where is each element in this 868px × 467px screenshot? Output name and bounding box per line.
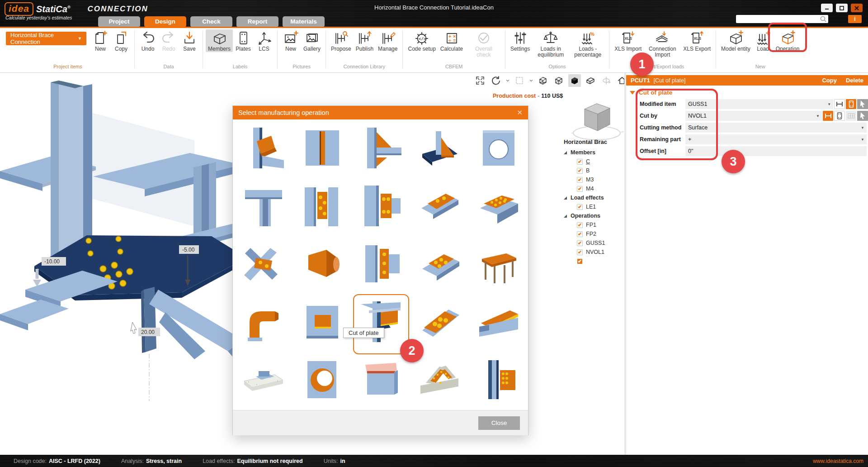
operation-thumbnail-1[interactable]	[243, 126, 284, 170]
minimize-button[interactable]	[821, 4, 833, 12]
tree-item-guss1[interactable]: ✔GUSS1	[559, 238, 623, 248]
tree-item-b[interactable]: ✔B	[559, 166, 623, 175]
operation-thumbnail-cut-of-plate[interactable]: Cut of plate2	[360, 300, 402, 343]
checkbox-checked-icon[interactable]: ✔	[577, 186, 583, 192]
delete-operation-button[interactable]: Delete	[846, 77, 863, 84]
ribbon-button-new[interactable]: New	[280, 29, 301, 52]
operation-thumbnail-2[interactable]	[302, 126, 343, 170]
operation-thumbnail-4[interactable]	[419, 126, 461, 170]
tree-item-nvol1[interactable]: ✔NVOL1	[559, 248, 623, 257]
project-item-selector[interactable]: Horizontal Brace Connection▼	[6, 32, 86, 45]
operation-thumbnail-6[interactable]	[243, 184, 284, 228]
tree-group-operations[interactable]: Operations	[559, 211, 623, 220]
close-button[interactable]	[851, 4, 863, 12]
checkbox-checked-icon[interactable]: ✔	[577, 204, 583, 210]
ribbon-button-undo[interactable]: Undo	[137, 29, 158, 52]
ribbon-button-model-entity[interactable]: Model entity	[719, 29, 753, 52]
website-link[interactable]: www.ideastatica.com	[813, 458, 863, 464]
ribbon-button-settings[interactable]: Settings	[508, 29, 532, 52]
ribbon-button-publish[interactable]: Publish	[354, 29, 376, 52]
checkbox-checked-icon[interactable]: ✔	[577, 231, 583, 237]
operation-thumbnail-17[interactable]	[302, 300, 343, 343]
plate-toggle-icon[interactable]	[834, 111, 845, 121]
search-input[interactable]	[736, 15, 820, 23]
tree-root-item[interactable]: Horizontal Brac	[559, 138, 623, 148]
ribbon-button-gallery[interactable]: Gallery	[301, 29, 323, 52]
fit-view-button[interactable]	[474, 74, 486, 87]
checkbox-checked-icon[interactable]: ✔	[577, 168, 583, 174]
info-button[interactable]: i	[848, 15, 862, 23]
expander-icon[interactable]	[564, 196, 567, 200]
operation-thumbnail-9[interactable]	[419, 184, 461, 228]
operation-thumbnail-25[interactable]	[478, 357, 519, 401]
checkbox-checked-icon[interactable]: ✔	[577, 177, 583, 183]
wireframe-cube-2-button[interactable]	[552, 74, 565, 87]
dialog-close-icon[interactable]: ✕	[517, 109, 523, 117]
ribbon-button-code-setup[interactable]: </>Code setup	[406, 29, 438, 52]
ribbon-button-propose[interactable]: Propose	[329, 29, 354, 52]
ribbon-button-loads-percentage[interactable]: %Loads - percentage	[569, 29, 606, 58]
checkbox-checked-icon[interactable]: ✔	[577, 240, 583, 246]
tree-group-load-effects[interactable]: Load effects	[559, 193, 623, 202]
operation-thumbnail-7[interactable]	[302, 184, 343, 228]
tree-item-c[interactable]: ✔C	[559, 157, 623, 166]
ribbon-button-operation[interactable]: Operation	[774, 29, 802, 52]
operation-thumbnail-13[interactable]	[360, 242, 402, 286]
operation-thumbnail-20[interactable]	[478, 300, 519, 343]
ribbon-button-members[interactable]: Members	[206, 29, 233, 52]
rotate-view-button[interactable]	[490, 74, 502, 87]
tab-design[interactable]: Design	[144, 16, 186, 27]
ribbon-button-xls-import[interactable]: XLSXLS Import	[612, 29, 644, 52]
tree-item-pcut1[interactable]: ✔PCUT1	[559, 257, 623, 266]
tree-item-le1[interactable]: ✔LE1	[559, 202, 623, 211]
chevron-down-icon[interactable]	[529, 76, 533, 85]
tree-item-fp2[interactable]: ✔FP2	[559, 229, 623, 238]
operation-thumbnail-5[interactable]	[478, 126, 519, 170]
operation-thumbnail-3[interactable]	[360, 126, 402, 170]
tree-item-m3[interactable]: ✔M3	[559, 175, 623, 184]
section-box-button[interactable]	[584, 74, 597, 87]
operation-thumbnail-22[interactable]	[302, 357, 343, 401]
checkbox-checked-icon[interactable]: ✔	[577, 159, 583, 165]
ribbon-button-plates[interactable]: Plates	[233, 29, 254, 52]
operation-thumbnail-24[interactable]	[419, 357, 461, 401]
ribbon-button-lcs[interactable]: LCS	[254, 29, 274, 52]
cursor-toggle-icon[interactable]	[857, 111, 868, 121]
tab-materials[interactable]: Materials	[283, 16, 325, 27]
operation-thumbnail-19[interactable]	[419, 300, 461, 343]
checkbox-checked-icon[interactable]: ✔	[577, 258, 583, 264]
operation-thumbnail-14[interactable]	[419, 242, 461, 286]
solid-cube-button[interactable]	[568, 74, 581, 87]
tree-group-members[interactable]: Members	[559, 148, 623, 157]
tree-item-m4[interactable]: ✔M4	[559, 184, 623, 193]
ribbon-button-new[interactable]: New	[90, 29, 111, 52]
beam-toggle-icon[interactable]	[834, 99, 845, 109]
checkbox-checked-icon[interactable]: ✔	[577, 249, 583, 255]
operation-thumbnail-12[interactable]	[302, 242, 343, 286]
tab-check[interactable]: Check	[190, 16, 232, 27]
maximize-button[interactable]	[836, 4, 848, 12]
dialog-close-button[interactable]: Close	[478, 416, 520, 430]
operation-thumbnail-11[interactable]	[243, 242, 284, 286]
tree-item-fp1[interactable]: ✔FP1	[559, 220, 623, 229]
operation-thumbnail-10[interactable]	[478, 184, 519, 228]
navigation-cube[interactable]: y	[571, 99, 625, 144]
plate-toggle-icon[interactable]	[846, 99, 857, 109]
ribbon-button-xls-export[interactable]: XLSXLS Export	[681, 29, 713, 52]
ribbon-button-save[interactable]: Save	[179, 29, 200, 52]
expander-icon[interactable]	[564, 151, 567, 154]
cursor-toggle-icon[interactable]	[857, 99, 868, 109]
operation-thumbnail-21[interactable]	[243, 357, 284, 401]
operation-thumbnail-23[interactable]	[360, 357, 402, 401]
ribbon-button-calculate[interactable]: +×÷=Calculate	[438, 29, 465, 52]
operation-thumbnail-15[interactable]	[478, 242, 519, 286]
wireframe-cube-button[interactable]	[537, 74, 549, 87]
ribbon-button-copy[interactable]: Copy	[111, 29, 132, 52]
operation-thumbnail-16[interactable]	[243, 300, 284, 343]
expander-icon[interactable]	[564, 214, 567, 218]
operation-thumbnail-8[interactable]	[360, 184, 402, 228]
ribbon-button-loads-in-equilibrium[interactable]: Loads in equilibrium	[532, 29, 569, 58]
ribbon-button-load[interactable]: Load	[753, 29, 774, 52]
beam-toggle-icon[interactable]	[823, 111, 834, 121]
ribbon-button-connection-import[interactable]: Connection Import	[644, 29, 681, 58]
